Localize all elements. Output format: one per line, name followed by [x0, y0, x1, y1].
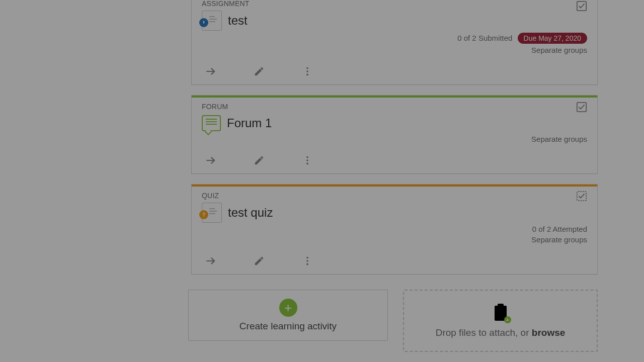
- edit-button[interactable]: [250, 151, 268, 169]
- more-menu-button[interactable]: [298, 62, 316, 80]
- create-activity-label: Create learning activity: [239, 321, 337, 332]
- browse-link[interactable]: browse: [532, 327, 566, 338]
- activity-type-label: QUIZ: [202, 192, 587, 200]
- attempted-count: 0 of 2 Attempted: [202, 225, 587, 233]
- activity-card-assignment: ASSIGNMENT test 0 of 2 Submitted Due May…: [191, 0, 598, 85]
- svg-point-1: [306, 67, 308, 69]
- forum-icon: [202, 114, 221, 133]
- group-mode-label: Separate groups: [202, 46, 587, 54]
- completion-toggle[interactable]: [576, 102, 587, 113]
- edit-button[interactable]: [250, 62, 268, 80]
- svg-point-10: [306, 260, 308, 262]
- completion-toggle[interactable]: [576, 191, 587, 202]
- plus-icon: +: [279, 299, 297, 317]
- create-learning-activity-button[interactable]: + Create learning activity: [188, 290, 388, 341]
- activity-title[interactable]: test quiz: [228, 206, 273, 220]
- question-badge-icon: ?: [199, 210, 208, 219]
- activity-type-label: FORUM: [202, 103, 587, 111]
- svg-rect-13: [498, 304, 504, 308]
- svg-point-11: [306, 263, 308, 265]
- file-dropzone[interactable]: + Drop files to attach, or browse: [403, 290, 598, 352]
- svg-point-7: [306, 163, 308, 165]
- more-menu-button[interactable]: [298, 252, 316, 270]
- svg-rect-4: [577, 103, 586, 112]
- svg-rect-0: [577, 2, 586, 11]
- open-button[interactable]: [202, 62, 220, 80]
- svg-point-5: [306, 156, 308, 158]
- submitted-count: 0 of 2 Submitted: [457, 34, 512, 42]
- add-badge-icon: +: [504, 316, 511, 323]
- edit-button[interactable]: [250, 252, 268, 270]
- activity-title[interactable]: test: [228, 14, 248, 28]
- activity-card-forum: FORUM Forum 1 Separate groups: [191, 95, 598, 174]
- assignment-icon: [202, 11, 222, 31]
- svg-point-2: [306, 70, 308, 72]
- activity-card-quiz: QUIZ ? test quiz 0 of 2 Attempted Separa…: [191, 184, 598, 275]
- group-mode-label: Separate groups: [202, 135, 587, 143]
- svg-point-9: [306, 257, 308, 259]
- open-button[interactable]: [202, 252, 220, 270]
- svg-point-3: [306, 74, 308, 76]
- open-button[interactable]: [202, 151, 220, 169]
- completion-toggle[interactable]: [576, 1, 587, 12]
- group-mode-label: Separate groups: [202, 235, 587, 244]
- clipboard-icon: +: [492, 303, 509, 322]
- dropzone-label: Drop files to attach, or browse: [436, 327, 566, 338]
- svg-point-6: [306, 159, 308, 161]
- upload-badge-icon: [199, 18, 208, 27]
- quiz-icon: ?: [202, 203, 222, 223]
- due-date-badge: Due May 27, 2020: [518, 33, 587, 44]
- activity-title[interactable]: Forum 1: [227, 116, 272, 130]
- svg-rect-8: [577, 192, 586, 201]
- more-menu-button[interactable]: [298, 151, 316, 169]
- activity-type-label: ASSIGNMENT: [202, 0, 587, 8]
